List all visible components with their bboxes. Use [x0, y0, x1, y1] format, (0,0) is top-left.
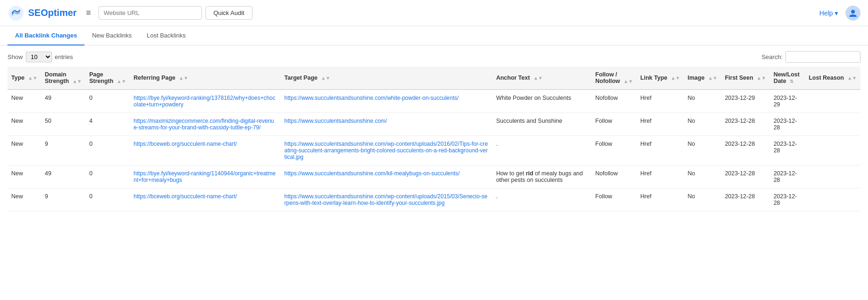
- col-image[interactable]: Image ▲▼: [684, 67, 721, 90]
- search-input[interactable]: [785, 51, 860, 63]
- website-url-input[interactable]: [99, 6, 202, 20]
- table-row: New 9 0 https://bceweb.org/succulent-nam…: [8, 136, 860, 165]
- cell-referring-page[interactable]: https://bye.fyi/keyword-ranking/1378162/…: [130, 90, 281, 113]
- cell-page-strength: 0: [85, 165, 130, 188]
- cell-target-page[interactable]: https://www.succulentsandsunshine.com/ki…: [281, 165, 492, 188]
- col-referring-page[interactable]: Referring Page ▲▼: [130, 67, 281, 90]
- cell-page-strength: 0: [85, 136, 130, 165]
- show-entries-control: Show 10 25 50 100 entries: [8, 52, 73, 62]
- cell-first-seen: 2023-12-28: [721, 113, 770, 136]
- cell-type: New: [8, 113, 41, 136]
- cell-referring-page[interactable]: https://bceweb.org/succulent-name-chart/: [130, 188, 281, 211]
- cell-image: No: [684, 188, 721, 211]
- target-page-link[interactable]: https://www.succulentsandsunshine.com/: [284, 118, 387, 124]
- cell-link-type: Href: [637, 188, 684, 211]
- logo: SEOptimer: [8, 5, 76, 22]
- cell-type: New: [8, 165, 41, 188]
- cell-anchor-text: .: [492, 136, 591, 165]
- cell-image: No: [684, 136, 721, 165]
- user-avatar[interactable]: [845, 6, 860, 21]
- tab-lost-backlinks[interactable]: Lost Backlinks: [139, 26, 193, 45]
- header: SEOptimer ≡ Quick Audit Help ▾: [0, 0, 868, 26]
- help-button[interactable]: Help ▾: [819, 9, 838, 17]
- cell-follow: Nofollow: [592, 90, 637, 113]
- target-page-link[interactable]: https://www.succulentsandsunshine.com/wp…: [284, 141, 488, 160]
- cell-target-page[interactable]: https://www.succulentsandsunshine.com/wp…: [281, 188, 492, 211]
- target-page-link[interactable]: https://www.succulentsandsunshine.com/wh…: [284, 95, 459, 101]
- cell-referring-page[interactable]: https://bceweb.org/succulent-name-chart/: [130, 136, 281, 165]
- search-label: Search:: [761, 53, 783, 60]
- col-type[interactable]: Type ▲▼: [8, 67, 41, 90]
- header-right: Help ▾: [819, 6, 860, 21]
- cell-first-seen: 2023-12-28: [721, 188, 770, 211]
- sort-arrows-new-lost-date: ⇅: [790, 79, 793, 84]
- col-follow[interactable]: Follow /Nofollow ▲▼: [592, 67, 637, 90]
- target-page-link[interactable]: https://www.succulentsandsunshine.com/wp…: [284, 193, 487, 206]
- cell-target-page[interactable]: https://www.succulentsandsunshine.com/: [281, 113, 492, 136]
- col-first-seen[interactable]: First Seen ▲▼: [721, 67, 770, 90]
- referring-page-link[interactable]: https://bceweb.org/succulent-name-chart/: [134, 193, 237, 200]
- col-lost-reason[interactable]: Lost Reason ▲▼: [805, 67, 860, 90]
- cell-anchor-text: White Powder on Succulents: [492, 90, 591, 113]
- quick-audit-button[interactable]: Quick Audit: [206, 6, 252, 20]
- referring-page-link[interactable]: https://maximizingecommerce.com/finding-…: [134, 118, 274, 131]
- sort-arrows-domain-strength: ▲▼: [72, 79, 82, 84]
- col-target-page[interactable]: Target Page ▲▼: [281, 67, 492, 90]
- col-domain-strength[interactable]: DomainStrength ▲▼: [41, 67, 86, 90]
- user-icon: [848, 8, 858, 18]
- cell-follow: Nofollow: [592, 165, 637, 188]
- cell-image: No: [684, 113, 721, 136]
- cell-new-lost-date: 2023-12-29: [770, 90, 805, 113]
- entries-select[interactable]: 10 25 50 100: [26, 52, 52, 62]
- entries-label: entries: [55, 53, 73, 60]
- cell-domain-strength: 50: [41, 113, 86, 136]
- cell-anchor-text: .: [492, 188, 591, 211]
- cell-lost-reason: [805, 165, 860, 188]
- logo-text: SEOptimer: [28, 8, 76, 18]
- col-anchor-text[interactable]: Anchor Text ▲▼: [492, 67, 591, 90]
- cell-domain-strength: 49: [41, 90, 86, 113]
- cell-link-type: Href: [637, 113, 684, 136]
- cell-referring-page[interactable]: https://maximizingecommerce.com/finding-…: [130, 113, 281, 136]
- sort-arrows-lost-reason: ▲▼: [847, 75, 857, 81]
- svg-point-1: [851, 10, 855, 14]
- sort-arrows-link-type: ▲▼: [671, 75, 680, 81]
- cell-lost-reason: [805, 90, 860, 113]
- sort-arrows-image: ▲▼: [708, 75, 717, 81]
- referring-page-link[interactable]: https://bye.fyi/keyword-ranking/1378162/…: [134, 95, 275, 108]
- backlinks-table-wrap: Type ▲▼ DomainStrength ▲▼ PageStrength ▲…: [0, 67, 868, 211]
- cell-link-type: Href: [637, 165, 684, 188]
- cell-anchor-text: Succulents and Sunshine: [492, 113, 591, 136]
- cell-type: New: [8, 136, 41, 165]
- col-link-type[interactable]: Link Type ▲▼: [637, 67, 684, 90]
- tabs-bar: All Backlink Changes New Backlinks Lost …: [0, 26, 868, 45]
- sort-arrows-anchor-text: ▲▼: [533, 75, 543, 81]
- col-new-lost-date[interactable]: New/LostDate ⇅: [770, 67, 805, 90]
- table-row: New 50 4 https://maximizingecommerce.com…: [8, 113, 860, 136]
- referring-page-link[interactable]: https://bye.fyi/keyword-ranking/1140944/…: [134, 170, 276, 183]
- cell-page-strength: 4: [85, 113, 130, 136]
- table-row: New 49 0 https://bye.fyi/keyword-ranking…: [8, 165, 860, 188]
- tab-new-backlinks[interactable]: New Backlinks: [84, 26, 139, 45]
- cell-first-seen: 2023-12-28: [721, 165, 770, 188]
- cell-image: No: [684, 90, 721, 113]
- cell-link-type: Href: [637, 90, 684, 113]
- cell-target-page[interactable]: https://www.succulentsandsunshine.com/wh…: [281, 90, 492, 113]
- cell-new-lost-date: 2023-12-28: [770, 136, 805, 165]
- table-row: New 9 0 https://bceweb.org/succulent-nam…: [8, 188, 860, 211]
- table-header-row: Type ▲▼ DomainStrength ▲▼ PageStrength ▲…: [8, 67, 860, 90]
- cell-image: No: [684, 165, 721, 188]
- sort-arrows-first-seen: ▲▼: [757, 75, 766, 81]
- hamburger-menu-button[interactable]: ≡: [84, 6, 93, 20]
- cell-type: New: [8, 188, 41, 211]
- cell-page-strength: 0: [85, 188, 130, 211]
- logo-icon: [8, 5, 24, 22]
- target-page-link[interactable]: https://www.succulentsandsunshine.com/ki…: [284, 170, 460, 177]
- col-page-strength[interactable]: PageStrength ▲▼: [85, 67, 130, 90]
- tab-all-backlink-changes[interactable]: All Backlink Changes: [8, 26, 84, 45]
- cell-target-page[interactable]: https://www.succulentsandsunshine.com/wp…: [281, 136, 492, 165]
- cell-first-seen: 2023-12-28: [721, 136, 770, 165]
- cell-referring-page[interactable]: https://bye.fyi/keyword-ranking/1140944/…: [130, 165, 281, 188]
- cell-new-lost-date: 2023-12-28: [770, 165, 805, 188]
- referring-page-link[interactable]: https://bceweb.org/succulent-name-chart/: [134, 141, 237, 147]
